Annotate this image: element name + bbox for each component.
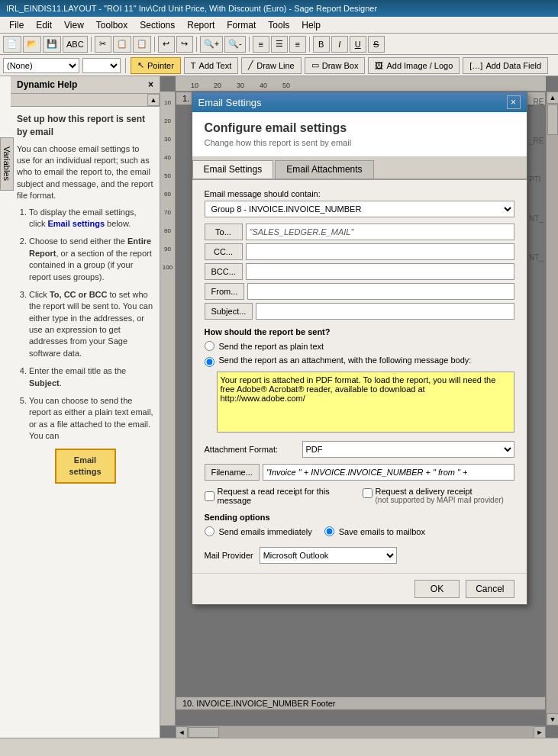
align-right-btn[interactable]: ≡ <box>289 36 306 53</box>
radio-plain-text[interactable] <box>205 341 214 351</box>
subject-input[interactable] <box>256 303 514 320</box>
how-label: How should the report be sent? <box>205 327 514 336</box>
message-body-textarea[interactable]: Your report is attached in PDF format. T… <box>217 372 514 433</box>
delivery-receipt-note: (not supported by MAPI mail provider) <box>376 496 504 504</box>
read-receipt-checkbox[interactable] <box>205 491 214 501</box>
toolbar-row2: (None) ↖ Pointer T Add Text ╱ Draw Line … <box>0 55 558 76</box>
send-immediately-label: Send emails immediately <box>219 527 312 536</box>
delivery-receipt-checkbox[interactable] <box>363 488 373 498</box>
ok-button[interactable]: OK <box>414 580 460 598</box>
dialog-subtitle: Change how this report is sent by email <box>205 138 514 147</box>
font-size-select[interactable] <box>82 58 121 73</box>
open-btn[interactable]: 📂 <box>23 36 41 53</box>
radio-save-to-mailbox[interactable] <box>324 526 334 536</box>
save-to-mailbox-row: Save emails to mailbox <box>324 526 425 536</box>
radio-send-immediately[interactable] <box>205 526 214 536</box>
abc-btn[interactable]: ABC <box>63 36 88 53</box>
variables-tab[interactable]: Variables <box>0 137 14 191</box>
sending-options-section: Sending options Send emails immediately … <box>205 513 514 541</box>
step-5: You can choose to send the report as eit… <box>29 395 153 442</box>
delivery-receipt-section: Request a delivery receipt (not supporte… <box>363 487 514 504</box>
cc-input[interactable] <box>246 243 514 260</box>
side-panel-header: Dynamic Help × <box>11 76 160 94</box>
email-settings-dialog: Email Settings × Configure email setting… <box>192 92 527 605</box>
draw-line-btn[interactable]: ╱ Draw Line <box>241 57 302 74</box>
align-center-btn[interactable]: ☰ <box>271 36 288 53</box>
tab-email-settings[interactable]: Email Settings <box>192 160 274 179</box>
zoom-out-btn[interactable]: 🔍- <box>224 36 246 53</box>
side-panel-scroll-up[interactable]: ▲ <box>147 94 160 106</box>
radio-plain-text-row: Send the report as plain text <box>205 341 514 351</box>
add-text-btn[interactable]: T Add Text <box>184 57 238 74</box>
italic-btn[interactable]: I <box>331 36 348 53</box>
sep5 <box>309 37 310 52</box>
new-btn[interactable]: 📄 <box>3 36 21 53</box>
to-row: To... <box>205 224 514 240</box>
from-button[interactable]: From... <box>205 283 245 300</box>
cut-btn[interactable]: ✂ <box>95 36 111 53</box>
tab-email-attachments[interactable]: Email Attachments <box>275 160 373 179</box>
align-left-btn[interactable]: ≡ <box>253 36 269 53</box>
email-settings-link[interactable]: Email settings <box>47 219 105 228</box>
filename-button[interactable]: Filename... <box>205 464 260 481</box>
save-btn[interactable]: 💾 <box>43 36 61 53</box>
menu-format[interactable]: Format <box>221 18 262 32</box>
step-2: Choose to send either the Entire Report,… <box>29 236 153 283</box>
dialog-close-button[interactable]: × <box>507 95 521 109</box>
filename-row: Filename... <box>205 464 514 481</box>
box-icon: ▭ <box>311 60 319 70</box>
undo-btn[interactable]: ↩ <box>158 36 175 53</box>
subject-button[interactable]: Subject... <box>205 303 253 320</box>
draw-box-btn[interactable]: ▭ Draw Box <box>305 57 366 74</box>
toolbar-row1: 📄 📂 💾 ABC ✂ 📋 📋 ↩ ↪ 🔍+ 🔍- ≡ ☰ ≡ B I U S <box>0 34 558 55</box>
side-panel-para1: You can choose email settings to use for… <box>17 143 153 202</box>
pointer-btn[interactable]: ↖ Pointer <box>131 57 181 74</box>
dialog-content: Email message should contain: Group 8 - … <box>192 180 527 573</box>
menu-toolbox[interactable]: Toolbox <box>90 18 134 32</box>
bold-btn[interactable]: B <box>313 36 330 53</box>
radio-attachment-row: Send the report as an attachment, with t… <box>205 355 514 367</box>
zoom-in-btn[interactable]: 🔍+ <box>200 36 223 53</box>
mail-provider-select[interactable]: Microsoft Outlook <box>260 547 397 564</box>
msg-contain-select[interactable]: Group 8 - INVOICE.INVOICE_NUMBER <box>205 201 514 217</box>
how-section: How should the report be sent? Send the … <box>205 327 514 435</box>
menu-edit[interactable]: Edit <box>30 18 58 32</box>
to-button[interactable]: To... <box>205 224 243 240</box>
radio-plain-text-label: Send the report as plain text <box>219 342 324 351</box>
font-name-select[interactable]: (None) <box>3 58 79 73</box>
dialog-tabs: Email Settings Email Attachments <box>192 157 527 180</box>
menu-sections[interactable]: Sections <box>134 18 181 32</box>
underline-btn[interactable]: U <box>350 36 366 53</box>
to-input[interactable] <box>246 224 514 240</box>
menu-file[interactable]: File <box>3 18 30 32</box>
strike-btn[interactable]: S <box>368 36 385 53</box>
bcc-row: BCC... <box>205 263 514 280</box>
add-data-field-btn[interactable]: […] Add Data Field <box>463 57 548 74</box>
read-receipt-label: Request a read receipt for this message <box>218 487 356 505</box>
cancel-button[interactable]: Cancel <box>466 580 514 598</box>
menu-tools[interactable]: Tools <box>262 18 295 32</box>
bcc-button[interactable]: BCC... <box>205 263 243 280</box>
filename-input[interactable] <box>263 464 514 481</box>
radio-attachment[interactable] <box>205 357 214 367</box>
menu-help[interactable]: Help <box>295 18 327 32</box>
mail-provider-label: Mail Provider <box>205 551 253 560</box>
cc-button[interactable]: CC... <box>205 243 243 260</box>
bcc-input[interactable] <box>246 263 514 280</box>
redo-btn[interactable]: ↪ <box>176 36 193 53</box>
receipts-row: Request a read receipt for this message … <box>205 487 514 505</box>
add-image-btn[interactable]: 🖼 Add Image / Logo <box>368 57 460 74</box>
copy-btn[interactable]: 📋 <box>113 36 131 53</box>
side-panel-steps: To display the email settings, click Ema… <box>29 207 153 442</box>
design-area: 10 20 30 40 50 102030405060708090100 1. … <box>160 76 558 738</box>
paste-btn[interactable]: 📋 <box>133 36 151 53</box>
from-input[interactable] <box>247 283 514 300</box>
attachment-format-select[interactable]: PDF <box>302 441 514 458</box>
sep1 <box>91 37 92 52</box>
menu-view[interactable]: View <box>58 18 90 32</box>
close-side-panel[interactable]: × <box>148 79 153 90</box>
cc-row: CC... <box>205 243 514 260</box>
sep4 <box>249 37 250 52</box>
menu-report[interactable]: Report <box>181 18 221 32</box>
email-settings-button[interactable]: Email settings <box>55 449 116 484</box>
